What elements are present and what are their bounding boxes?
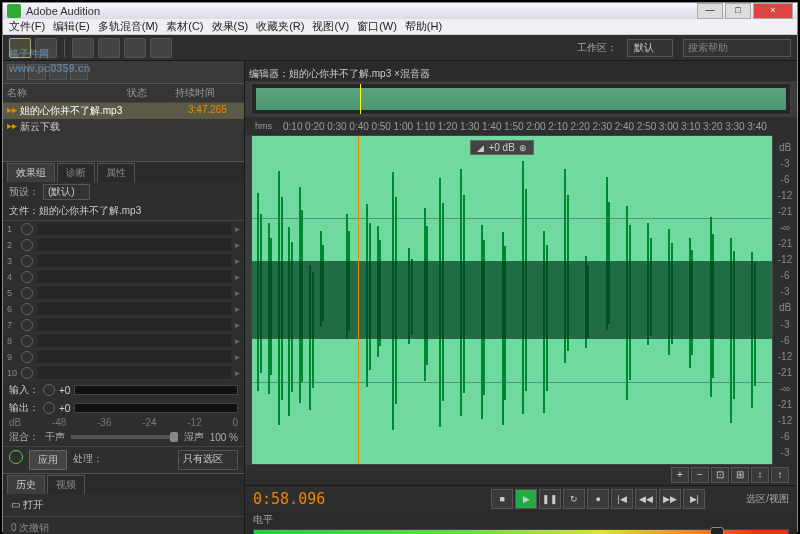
waveform-view-button[interactable] — [9, 38, 31, 58]
menu-file[interactable]: 文件(F) — [9, 19, 45, 34]
file-row[interactable]: ▸▸ 姐的心你并不了解.mp3 3:47.265 — [3, 103, 244, 119]
effect-slot[interactable]: 6▸ — [3, 301, 244, 317]
new-multitrack-icon[interactable] — [49, 64, 67, 80]
forward-button[interactable]: ▶▶ — [659, 489, 681, 509]
volume-badge[interactable]: ◢+0 dB⊕ — [470, 140, 533, 155]
effect-slot[interactable]: 4▸ — [3, 269, 244, 285]
import-icon[interactable] — [28, 64, 46, 80]
tool-button[interactable] — [98, 38, 120, 58]
effect-slot[interactable]: 8▸ — [3, 333, 244, 349]
tab-effects-rack[interactable]: 效果组 — [7, 163, 55, 182]
slot-power-icon[interactable] — [21, 271, 33, 283]
mix-percent[interactable]: 100 % — [210, 432, 238, 443]
menu-edit[interactable]: 编辑(E) — [53, 19, 90, 34]
effect-slot[interactable]: 3▸ — [3, 253, 244, 269]
slot-power-icon[interactable] — [21, 303, 33, 315]
zoom-in-v-icon[interactable]: ↕ — [751, 467, 769, 483]
output-db[interactable]: +0 — [59, 403, 70, 414]
tab-video[interactable]: 视频 — [47, 475, 85, 494]
pause-button[interactable]: ❚❚ — [539, 489, 561, 509]
col-name[interactable]: 名称 — [7, 86, 127, 100]
play-button[interactable]: ▶ — [515, 489, 537, 509]
slot-menu-icon[interactable]: ▸ — [235, 271, 240, 282]
slot-power-icon[interactable] — [21, 335, 33, 347]
input-db[interactable]: +0 — [59, 385, 70, 396]
tab-mixer[interactable]: 混音器 — [400, 67, 430, 81]
slot-menu-icon[interactable]: ▸ — [235, 335, 240, 346]
effect-slot[interactable]: 10▸ — [3, 365, 244, 381]
insert-icon[interactable] — [70, 64, 88, 80]
level-meter[interactable] — [253, 529, 789, 534]
skip-back-button[interactable]: |◀ — [611, 489, 633, 509]
slot-menu-icon[interactable]: ▸ — [235, 351, 240, 362]
col-duration[interactable]: 持续时间 — [175, 86, 240, 100]
minimize-button[interactable]: — — [697, 3, 723, 19]
zoom-out-icon[interactable]: − — [691, 467, 709, 483]
slot-power-icon[interactable] — [21, 239, 33, 251]
slot-menu-icon[interactable]: ▸ — [235, 239, 240, 250]
record-button[interactable]: ● — [587, 489, 609, 509]
multitrack-view-button[interactable] — [35, 38, 57, 58]
tab-properties[interactable]: 属性 — [97, 163, 135, 182]
apply-button[interactable]: 应用 — [29, 450, 67, 470]
slot-menu-icon[interactable]: ▸ — [235, 223, 240, 234]
timecode-display[interactable]: 0:58.096 — [253, 490, 325, 508]
input-power-icon[interactable] — [43, 384, 55, 396]
slot-power-icon[interactable] — [21, 223, 33, 235]
menu-help[interactable]: 帮助(H) — [405, 19, 442, 34]
menu-clip[interactable]: 素材(C) — [166, 19, 203, 34]
menu-favorites[interactable]: 收藏夹(R) — [256, 19, 304, 34]
open-file-icon[interactable] — [7, 64, 25, 80]
output-power-icon[interactable] — [43, 402, 55, 414]
tab-diagnostics[interactable]: 诊断 — [57, 163, 95, 182]
tab-history[interactable]: 历史 — [7, 475, 45, 494]
effect-slot[interactable]: 2▸ — [3, 237, 244, 253]
zoom-in-icon[interactable]: + — [671, 467, 689, 483]
effects-power-icon[interactable] — [9, 450, 23, 464]
slot-power-icon[interactable] — [21, 255, 33, 267]
workspace-dropdown[interactable]: 默认 — [627, 39, 673, 57]
slot-power-icon[interactable] — [21, 367, 33, 379]
menu-window[interactable]: 窗口(W) — [357, 19, 397, 34]
effect-slot[interactable]: 5▸ — [3, 285, 244, 301]
slot-power-icon[interactable] — [21, 351, 33, 363]
zoom-full-icon[interactable]: ⊡ — [711, 467, 729, 483]
close-button[interactable]: × — [753, 3, 793, 19]
history-item[interactable]: ▭ 打开 — [11, 498, 236, 512]
file-row[interactable]: ▸▸ 新云下载 — [3, 119, 244, 135]
tab-editor[interactable]: 编辑器：姐的心你并不了解.mp3 × — [249, 67, 400, 81]
tool-button[interactable] — [124, 38, 146, 58]
zoom-out-v-icon[interactable]: ↕ — [771, 467, 789, 483]
effect-slot[interactable]: 7▸ — [3, 317, 244, 333]
preset-dropdown[interactable]: (默认) — [43, 184, 90, 200]
effect-slot[interactable]: 1▸ — [3, 221, 244, 237]
tool-button[interactable] — [72, 38, 94, 58]
menu-view[interactable]: 视图(V) — [312, 19, 349, 34]
effect-slot[interactable]: 9▸ — [3, 349, 244, 365]
col-status[interactable]: 状态 — [127, 86, 175, 100]
slot-menu-icon[interactable]: ▸ — [235, 367, 240, 378]
time-ruler[interactable]: hms 0:100:200:300:400:501:001:101:201:30… — [245, 117, 797, 135]
slot-menu-icon[interactable]: ▸ — [235, 255, 240, 266]
tool-button[interactable] — [150, 38, 172, 58]
help-search-input[interactable]: 搜索帮助 — [683, 39, 791, 57]
stop-button[interactable]: ■ — [491, 489, 513, 509]
loop-button[interactable]: ↻ — [563, 489, 585, 509]
slot-menu-icon[interactable]: ▸ — [235, 319, 240, 330]
slot-power-icon[interactable] — [21, 319, 33, 331]
zoom-sel-icon[interactable]: ⊞ — [731, 467, 749, 483]
playhead[interactable] — [358, 136, 359, 464]
mix-slider[interactable] — [71, 435, 178, 439]
menu-effects[interactable]: 效果(S) — [212, 19, 249, 34]
slot-menu-icon[interactable]: ▸ — [235, 303, 240, 314]
slot-power-icon[interactable] — [21, 287, 33, 299]
tab-levels[interactable]: 电平 — [253, 513, 273, 527]
skip-fwd-button[interactable]: ▶| — [683, 489, 705, 509]
process-dropdown[interactable]: 只有选区 — [178, 450, 238, 470]
rewind-button[interactable]: ◀◀ — [635, 489, 657, 509]
maximize-button[interactable]: □ — [725, 3, 751, 19]
menu-multitrack[interactable]: 多轨混音(M) — [98, 19, 159, 34]
slot-menu-icon[interactable]: ▸ — [235, 287, 240, 298]
overview-waveform[interactable] — [251, 83, 791, 115]
waveform-display[interactable]: ◢+0 dB⊕ — [251, 135, 773, 465]
